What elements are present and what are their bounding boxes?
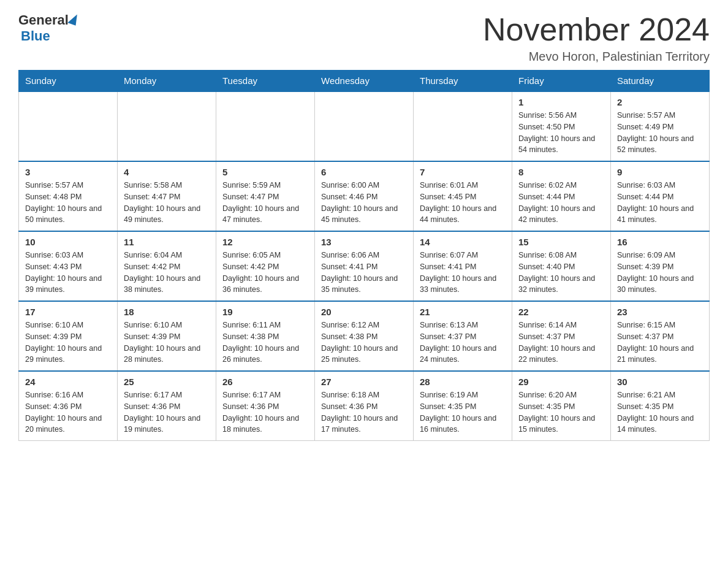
day-info: Sunrise: 5:58 AM Sunset: 4:47 PM Dayligh…: [124, 180, 210, 226]
day-number: 8: [518, 167, 604, 177]
calendar-week-row: 3Sunrise: 5:57 AM Sunset: 4:48 PM Daylig…: [19, 161, 710, 231]
calendar-day-cell: 25Sunrise: 6:17 AM Sunset: 4:36 PM Dayli…: [118, 371, 216, 441]
day-info: Sunrise: 6:15 AM Sunset: 4:37 PM Dayligh…: [617, 320, 703, 366]
day-number: 1: [518, 97, 604, 107]
day-info: Sunrise: 6:05 AM Sunset: 4:42 PM Dayligh…: [222, 250, 308, 296]
day-number: 9: [617, 167, 703, 177]
day-number: 21: [420, 307, 506, 317]
calendar-day-cell: 10Sunrise: 6:03 AM Sunset: 4:43 PM Dayli…: [19, 231, 118, 301]
calendar-day-header: Thursday: [414, 71, 512, 92]
page-header: General Blue November 2024 Mevo Horon, P…: [18, 12, 710, 64]
day-number: 22: [518, 307, 604, 317]
calendar-day-cell: 6Sunrise: 6:00 AM Sunset: 4:46 PM Daylig…: [315, 161, 414, 231]
day-info: Sunrise: 6:03 AM Sunset: 4:44 PM Dayligh…: [617, 180, 703, 226]
day-number: 28: [420, 377, 506, 387]
calendar-day-cell: 16Sunrise: 6:09 AM Sunset: 4:39 PM Dayli…: [611, 231, 710, 301]
day-number: 3: [25, 167, 111, 177]
calendar-day-cell: 12Sunrise: 6:05 AM Sunset: 4:42 PM Dayli…: [216, 231, 315, 301]
day-info: Sunrise: 6:14 AM Sunset: 4:37 PM Dayligh…: [518, 320, 604, 366]
logo-general: General: [18, 12, 69, 28]
calendar-table: SundayMondayTuesdayWednesdayThursdayFrid…: [18, 70, 710, 441]
day-info: Sunrise: 6:07 AM Sunset: 4:41 PM Dayligh…: [420, 250, 506, 296]
day-number: 15: [518, 237, 604, 247]
calendar-day-cell: 11Sunrise: 6:04 AM Sunset: 4:42 PM Dayli…: [118, 231, 216, 301]
day-number: 12: [222, 237, 308, 247]
day-number: 14: [420, 237, 506, 247]
day-info: Sunrise: 6:03 AM Sunset: 4:43 PM Dayligh…: [25, 250, 111, 296]
calendar-day-cell: 19Sunrise: 6:11 AM Sunset: 4:38 PM Dayli…: [216, 301, 315, 371]
day-number: 7: [420, 167, 506, 177]
calendar-day-header: Friday: [512, 71, 611, 92]
day-number: 29: [518, 377, 604, 387]
day-number: 5: [222, 167, 308, 177]
day-info: Sunrise: 6:09 AM Sunset: 4:39 PM Dayligh…: [617, 250, 703, 296]
calendar-day-header: Wednesday: [315, 71, 414, 92]
page-title: November 2024: [483, 12, 710, 47]
calendar-day-cell: 7Sunrise: 6:01 AM Sunset: 4:45 PM Daylig…: [414, 161, 512, 231]
calendar-header-row: SundayMondayTuesdayWednesdayThursdayFrid…: [19, 71, 710, 92]
calendar-day-cell: 24Sunrise: 6:16 AM Sunset: 4:36 PM Dayli…: [19, 371, 118, 441]
day-number: 10: [25, 237, 111, 247]
calendar-day-cell: 5Sunrise: 5:59 AM Sunset: 4:47 PM Daylig…: [216, 161, 315, 231]
day-number: 27: [321, 377, 407, 387]
day-number: 18: [124, 307, 210, 317]
calendar-day-header: Saturday: [611, 71, 710, 92]
calendar-day-cell: 18Sunrise: 6:10 AM Sunset: 4:39 PM Dayli…: [118, 301, 216, 371]
calendar-week-row: 24Sunrise: 6:16 AM Sunset: 4:36 PM Dayli…: [19, 371, 710, 441]
day-number: 25: [124, 377, 210, 387]
day-info: Sunrise: 5:57 AM Sunset: 4:49 PM Dayligh…: [617, 110, 703, 156]
calendar-day-cell: [315, 91, 414, 161]
day-info: Sunrise: 6:17 AM Sunset: 4:36 PM Dayligh…: [124, 389, 210, 435]
calendar-day-cell: 26Sunrise: 6:17 AM Sunset: 4:36 PM Dayli…: [216, 371, 315, 441]
logo-blue: Blue: [18, 28, 50, 44]
page-subtitle: Mevo Horon, Palestinian Territory: [483, 50, 710, 64]
day-number: 13: [321, 237, 407, 247]
day-info: Sunrise: 6:13 AM Sunset: 4:37 PM Dayligh…: [420, 320, 506, 366]
calendar-day-cell: 2Sunrise: 5:57 AM Sunset: 4:49 PM Daylig…: [611, 91, 710, 161]
calendar-day-cell: 3Sunrise: 5:57 AM Sunset: 4:48 PM Daylig…: [19, 161, 118, 231]
day-info: Sunrise: 6:04 AM Sunset: 4:42 PM Dayligh…: [124, 250, 210, 296]
calendar-day-header: Monday: [118, 71, 216, 92]
calendar-day-cell: 8Sunrise: 6:02 AM Sunset: 4:44 PM Daylig…: [512, 161, 611, 231]
calendar-day-cell: 29Sunrise: 6:20 AM Sunset: 4:35 PM Dayli…: [512, 371, 611, 441]
day-number: 30: [617, 377, 703, 387]
calendar-day-cell: [19, 91, 118, 161]
calendar-day-cell: 13Sunrise: 6:06 AM Sunset: 4:41 PM Dayli…: [315, 231, 414, 301]
logo-triangle-icon: [67, 12, 79, 26]
day-info: Sunrise: 5:57 AM Sunset: 4:48 PM Dayligh…: [25, 180, 111, 226]
day-info: Sunrise: 6:08 AM Sunset: 4:40 PM Dayligh…: [518, 250, 604, 296]
calendar-week-row: 1Sunrise: 5:56 AM Sunset: 4:50 PM Daylig…: [19, 91, 710, 161]
day-info: Sunrise: 6:00 AM Sunset: 4:46 PM Dayligh…: [321, 180, 407, 226]
day-number: 26: [222, 377, 308, 387]
calendar-day-cell: 30Sunrise: 6:21 AM Sunset: 4:35 PM Dayli…: [611, 371, 710, 441]
day-number: 11: [124, 237, 210, 247]
day-info: Sunrise: 6:16 AM Sunset: 4:36 PM Dayligh…: [25, 389, 111, 435]
calendar-day-cell: 21Sunrise: 6:13 AM Sunset: 4:37 PM Dayli…: [414, 301, 512, 371]
calendar-day-header: Sunday: [19, 71, 118, 92]
day-number: 16: [617, 237, 703, 247]
day-info: Sunrise: 6:01 AM Sunset: 4:45 PM Dayligh…: [420, 180, 506, 226]
calendar-day-header: Tuesday: [216, 71, 315, 92]
day-info: Sunrise: 6:02 AM Sunset: 4:44 PM Dayligh…: [518, 180, 604, 226]
calendar-day-cell: 17Sunrise: 6:10 AM Sunset: 4:39 PM Dayli…: [19, 301, 118, 371]
calendar-day-cell: 23Sunrise: 6:15 AM Sunset: 4:37 PM Dayli…: [611, 301, 710, 371]
day-info: Sunrise: 6:21 AM Sunset: 4:35 PM Dayligh…: [617, 389, 703, 435]
day-info: Sunrise: 6:06 AM Sunset: 4:41 PM Dayligh…: [321, 250, 407, 296]
title-area: November 2024 Mevo Horon, Palestinian Te…: [483, 12, 710, 64]
calendar-day-cell: 20Sunrise: 6:12 AM Sunset: 4:38 PM Dayli…: [315, 301, 414, 371]
day-info: Sunrise: 6:20 AM Sunset: 4:35 PM Dayligh…: [518, 389, 604, 435]
day-number: 4: [124, 167, 210, 177]
day-number: 6: [321, 167, 407, 177]
day-info: Sunrise: 6:10 AM Sunset: 4:39 PM Dayligh…: [124, 320, 210, 366]
calendar-day-cell: 14Sunrise: 6:07 AM Sunset: 4:41 PM Dayli…: [414, 231, 512, 301]
calendar-week-row: 10Sunrise: 6:03 AM Sunset: 4:43 PM Dayli…: [19, 231, 710, 301]
day-info: Sunrise: 6:11 AM Sunset: 4:38 PM Dayligh…: [222, 320, 308, 366]
logo: General Blue: [18, 12, 78, 44]
day-info: Sunrise: 6:18 AM Sunset: 4:36 PM Dayligh…: [321, 389, 407, 435]
calendar-day-cell: 22Sunrise: 6:14 AM Sunset: 4:37 PM Dayli…: [512, 301, 611, 371]
day-info: Sunrise: 5:56 AM Sunset: 4:50 PM Dayligh…: [518, 110, 604, 156]
day-info: Sunrise: 6:12 AM Sunset: 4:38 PM Dayligh…: [321, 320, 407, 366]
calendar-day-cell: 28Sunrise: 6:19 AM Sunset: 4:35 PM Dayli…: [414, 371, 512, 441]
calendar-day-cell: [216, 91, 315, 161]
calendar-week-row: 17Sunrise: 6:10 AM Sunset: 4:39 PM Dayli…: [19, 301, 710, 371]
